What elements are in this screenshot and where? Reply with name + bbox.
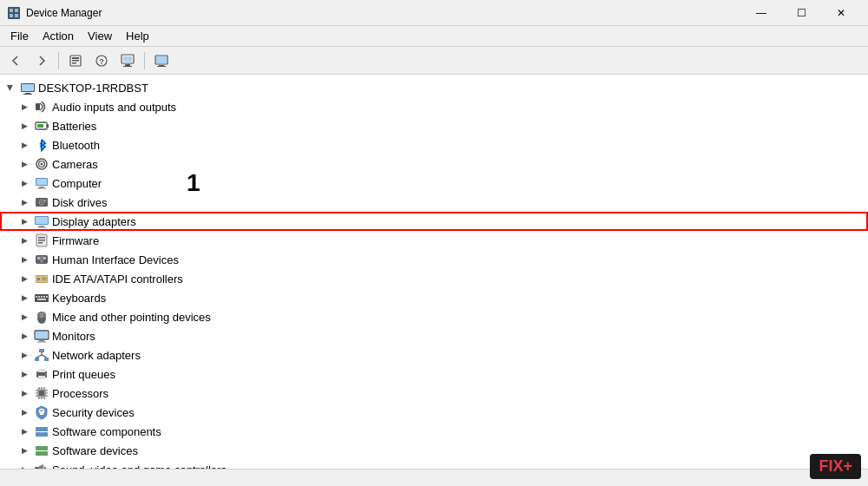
print-expand: ▶ <box>17 367 31 381</box>
monitors-label: Monitors <box>52 330 95 343</box>
svg-rect-101 <box>42 446 48 450</box>
firmware-label: Firmware <box>52 234 99 247</box>
monitor-button[interactable] <box>149 49 174 72</box>
bluetooth-expand: ▶ <box>17 138 31 152</box>
tree-item-print-queues[interactable]: ▶ Print queues <box>0 364 868 384</box>
svg-line-75 <box>42 355 47 358</box>
help-button[interactable]: ? <box>89 49 114 72</box>
root-icon <box>20 80 36 95</box>
tree-item-bluetooth[interactable]: ▶ Bluetooth <box>0 135 868 154</box>
svg-rect-67 <box>36 332 48 338</box>
watermark: FIX+ <box>810 454 861 479</box>
maximize-button[interactable]: ☐ <box>781 0 821 26</box>
svg-rect-53 <box>42 278 46 279</box>
sw-components-expand: ▶ <box>17 424 31 438</box>
svg-rect-72 <box>44 358 49 361</box>
tree-item-sound[interactable]: ▶ Sound, video and game controllers <box>0 460 868 469</box>
tree-item-keyboards[interactable]: ▶ Keyboards <box>0 288 868 307</box>
tree-item-software-devices[interactable]: ▶ Software devices <box>0 441 868 460</box>
ide-expand: ▶ <box>17 272 31 286</box>
network-adapters-label: Network adapters <box>52 349 141 362</box>
processors-icon <box>34 385 49 401</box>
svg-rect-32 <box>39 187 44 188</box>
app-icon <box>7 6 21 20</box>
hid-label: Human Interface Devices <box>52 253 179 266</box>
svg-rect-18 <box>157 66 166 67</box>
toolbar-separator-2 <box>144 52 145 69</box>
properties-button[interactable] <box>63 49 88 72</box>
firmware-icon <box>34 233 49 248</box>
tree-item-hid[interactable]: ▶ Human Interface Devices <box>0 250 868 269</box>
svg-line-74 <box>36 355 42 358</box>
svg-rect-68 <box>39 340 44 342</box>
tree-item-mice[interactable]: ▶ Mice and other pointing devices <box>0 307 868 326</box>
forward-button[interactable] <box>30 49 54 72</box>
batteries-icon <box>34 118 49 134</box>
tree-item-security[interactable]: ▶ Security devices <box>0 403 868 422</box>
svg-rect-96 <box>36 427 42 431</box>
svg-rect-58 <box>41 296 43 298</box>
root-expand-arrow: ▶ <box>3 81 17 95</box>
batteries-label: Batteries <box>52 120 96 133</box>
network-icon <box>34 347 49 363</box>
security-devices-label: Security devices <box>52 406 135 419</box>
toolbar-separator-1 <box>58 52 59 69</box>
svg-point-29 <box>41 163 43 166</box>
svg-rect-40 <box>39 226 44 227</box>
svg-rect-45 <box>38 242 43 244</box>
back-button[interactable] <box>3 49 28 72</box>
tree-item-software-components[interactable]: ▶ Software components <box>0 422 868 441</box>
menu-action[interactable]: Action <box>36 28 81 44</box>
tree-item-firmware[interactable]: ▶ Firmware <box>0 231 868 250</box>
tree-item-disk-drives[interactable]: ▶ Disk drives <box>0 193 868 212</box>
tree-item-computer[interactable]: ▶ Computer <box>0 174 868 193</box>
svg-rect-81 <box>39 391 44 396</box>
tree-item-monitors[interactable]: ▶ Monitors <box>0 326 868 345</box>
toolbar: ? <box>0 47 868 75</box>
svg-rect-7 <box>72 60 79 62</box>
tree-item-network[interactable]: ▶ Network adapters <box>0 345 868 364</box>
svg-rect-6 <box>72 57 79 59</box>
ide-icon <box>34 271 49 286</box>
svg-rect-13 <box>125 64 130 66</box>
tree-item-ide[interactable]: ▶ IDE ATA/ATAPI controllers <box>0 269 868 288</box>
svg-rect-26 <box>37 124 43 128</box>
device-manager-button[interactable] <box>115 49 140 72</box>
ide-label: IDE ATA/ATAPI controllers <box>52 273 183 286</box>
tree-item-cameras[interactable]: ▶ Cameras <box>0 154 868 174</box>
minimize-button[interactable]: — <box>741 0 781 26</box>
computer-expand: ▶ <box>17 176 31 190</box>
title-bar: Device Manager — ☐ ✕ <box>0 0 868 26</box>
disk-icon <box>34 194 49 210</box>
sw-devices-icon <box>34 443 49 458</box>
audio-label: Audio inputs and outputs <box>52 101 176 114</box>
menu-file[interactable]: File <box>3 28 36 44</box>
computer-icon <box>34 175 49 191</box>
svg-rect-41 <box>37 227 46 228</box>
tree-item-display-adapters[interactable]: ▶ Display adapters <box>0 212 868 231</box>
bluetooth-label: Bluetooth <box>52 139 100 152</box>
svg-rect-33 <box>37 188 46 189</box>
close-button[interactable]: ✕ <box>821 0 861 26</box>
tree-item-audio[interactable]: ▶ Audio inputs and outputs <box>0 97 868 116</box>
tree-item-processors[interactable]: ▶ Proces <box>0 384 868 403</box>
watermark-text: FIX <box>819 457 843 475</box>
svg-rect-16 <box>156 56 167 63</box>
svg-rect-79 <box>45 373 47 375</box>
svg-rect-61 <box>37 299 46 300</box>
cameras-label: Cameras <box>52 158 98 171</box>
processors-expand: ▶ <box>17 386 31 400</box>
svg-rect-8 <box>72 62 76 64</box>
svg-rect-39 <box>36 217 48 224</box>
watermark-plus: + <box>843 457 852 475</box>
svg-rect-60 <box>46 296 48 298</box>
tree-item-batteries[interactable]: ▶ Batteries <box>0 116 868 135</box>
cameras-expand: ▶ <box>17 157 31 171</box>
device-tree[interactable]: ▶ DESKTOP-1RRDBST ▶ Audio <box>0 75 868 469</box>
menu-help[interactable]: Help <box>119 28 156 44</box>
svg-rect-104 <box>35 467 39 469</box>
menu-view[interactable]: View <box>81 28 119 44</box>
svg-rect-56 <box>36 296 37 298</box>
tree-root[interactable]: ▶ DESKTOP-1RRDBST <box>0 78 868 97</box>
window-controls: — ☐ ✕ <box>741 0 861 26</box>
